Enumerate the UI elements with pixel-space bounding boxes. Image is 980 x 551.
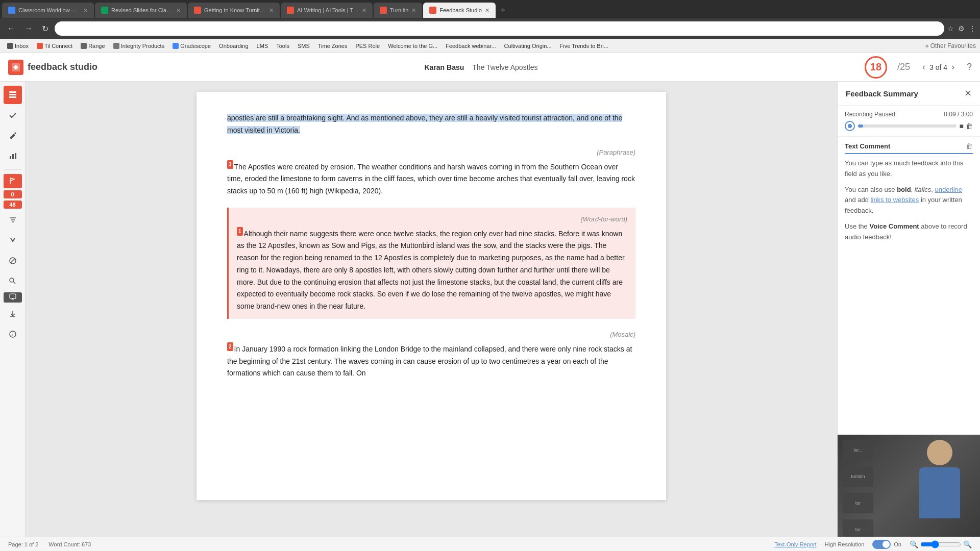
paraphrase-label: (Paraphrase) xyxy=(597,147,635,158)
similarity-badge[interactable]: 18 xyxy=(865,56,887,79)
tab-getting-to-know[interactable]: Getting to Know Turnitin Feed... ✕ xyxy=(188,3,280,18)
recording-time: 0:09 / 3:00 xyxy=(944,111,973,118)
play-pause-button[interactable] xyxy=(845,121,855,131)
mosaic-text: In January 1990 a rock formation linking… xyxy=(227,345,632,378)
recording-header: Recording Paused 0:09 / 3:00 xyxy=(845,111,973,118)
tab-close-5[interactable]: ✕ xyxy=(411,7,416,14)
tab-feedback-studio[interactable]: Feedback Studio ✕ xyxy=(423,3,496,18)
bm-onboarding[interactable]: Onboarding xyxy=(216,42,252,50)
italics-label: italics xyxy=(915,186,932,193)
new-tab-button[interactable]: + xyxy=(497,4,509,17)
right-panel: Feedback Summary ✕ Recording Paused 0:09… xyxy=(837,82,980,537)
sidebar-edit-button[interactable] xyxy=(4,127,22,145)
bm-gradescope[interactable]: Gradescope xyxy=(169,42,214,50)
tab-close-1[interactable]: ✕ xyxy=(83,7,88,14)
bm-range[interactable]: Range xyxy=(78,42,108,50)
resolution-toggle-switch[interactable] xyxy=(872,540,891,549)
high-resolution-label: High Resolution xyxy=(825,541,865,547)
sidebar-search-button[interactable] xyxy=(4,272,22,290)
audio-stop-button[interactable]: ■ xyxy=(960,122,964,130)
text-comment-section: Text Comment 🗑 You can type as much feed… xyxy=(838,137,980,435)
resolution-toggle: On xyxy=(872,540,901,549)
tab-close-2[interactable]: ✕ xyxy=(176,7,181,14)
feedback-summary-close-button[interactable]: ✕ xyxy=(964,88,972,99)
text-only-report-link[interactable]: Text-Only Report xyxy=(774,541,817,547)
svg-rect-5 xyxy=(12,154,14,159)
bm-sms[interactable]: SMS xyxy=(295,42,313,50)
links-to-websites-link[interactable]: links to websites xyxy=(871,196,919,204)
zoom-controls: 🔍 🔍 xyxy=(910,540,972,548)
menu-icon[interactable]: ⋮ xyxy=(969,24,976,33)
doc-viewer[interactable]: apostles are still a breathtaking sight.… xyxy=(26,82,837,537)
paraphrase-marker: 3 xyxy=(227,160,233,169)
sidebar-check-button[interactable] xyxy=(4,106,22,124)
wfw-label: (Word-for-word) xyxy=(581,214,628,225)
bm-integrity[interactable]: Integrity Products xyxy=(110,42,168,50)
svg-rect-6 xyxy=(15,153,16,159)
zoom-out-button[interactable]: 🔍 xyxy=(910,540,918,548)
tab-close-4[interactable]: ✕ xyxy=(362,7,366,14)
tab-feedback-studio-label: Feedback Studio xyxy=(439,7,482,13)
zoom-slider[interactable] xyxy=(920,540,961,548)
text-comment-delete-button[interactable]: 🗑 xyxy=(966,142,973,150)
app-logo: feedback studio xyxy=(8,60,97,75)
voice-comment-label: Voice Comment xyxy=(869,222,919,230)
sidebar-sort-button[interactable] xyxy=(4,211,22,229)
extensions-icon[interactable]: ⚙ xyxy=(958,24,965,33)
tab-ai-writing[interactable]: AI Writing | AI Tools | Turnitin ✕ xyxy=(281,3,373,18)
total-pages: /25 xyxy=(897,62,910,72)
more-bookmarks[interactable]: » Other Favourites xyxy=(925,42,976,49)
sidebar-chart-button[interactable] xyxy=(4,147,22,165)
help-button[interactable]: ? xyxy=(967,62,972,72)
bm-inbox[interactable]: Inbox xyxy=(4,42,32,50)
recording-status: Recording Paused xyxy=(845,111,895,118)
bm-pes-role[interactable]: PES Role xyxy=(352,42,383,50)
bm-cultivating[interactable]: Cultivating Origin... xyxy=(501,42,555,50)
audio-delete-button[interactable]: 🗑 xyxy=(966,122,973,130)
sidebar-layers-button[interactable] xyxy=(4,86,22,104)
audio-icons: ■ 🗑 xyxy=(960,122,973,130)
svg-line-8 xyxy=(11,259,15,263)
bm-time-zones[interactable]: Time Zones xyxy=(315,42,351,50)
comment-para-1: You can type as much feedback into this … xyxy=(845,158,973,180)
sidebar-comment-button[interactable] xyxy=(4,292,22,303)
app-logo-text: feedback studio xyxy=(28,62,97,72)
bm-tools[interactable]: Tools xyxy=(273,42,292,50)
sidebar-down-arrow-button[interactable] xyxy=(4,231,22,249)
next-page-button[interactable]: › xyxy=(949,60,957,74)
tab-close-3[interactable]: ✕ xyxy=(269,7,274,14)
comment-para-2: You can also use bold, italics, underlin… xyxy=(845,185,973,216)
zoom-in-button[interactable]: 🔍 xyxy=(963,540,972,548)
address-input[interactable]: https://ev.turnitin.com/app/carta/en_us/… xyxy=(55,21,944,36)
sidebar-info-button[interactable]: i xyxy=(4,325,22,343)
sidebar-block-button[interactable] xyxy=(4,252,22,270)
wfw-block: (Word-for-word) 1Although their name sug… xyxy=(227,208,635,319)
tab-close-6[interactable]: ✕ xyxy=(485,7,489,14)
prev-page-button[interactable]: ‹ xyxy=(920,60,927,74)
sidebar-score-48[interactable]: 48 xyxy=(4,201,22,209)
svg-rect-2 xyxy=(9,94,16,95)
sidebar-red-flag-button[interactable] xyxy=(4,174,22,188)
recording-section: Recording Paused 0:09 / 3:00 ■ 🗑 xyxy=(838,106,980,137)
tab-turnitin[interactable]: Turnitin ✕ xyxy=(374,3,422,18)
underline-link[interactable]: underline xyxy=(935,186,963,193)
refresh-button[interactable]: ↻ xyxy=(39,22,52,36)
bm-til-connect[interactable]: Til Connect xyxy=(34,42,76,50)
bm-five-trends[interactable]: Five Trends to Bri... xyxy=(557,42,611,50)
webcam-sidebar-thumbnails: tur... turnitin tur tur xyxy=(843,440,975,537)
app-container: feedback studio Karan Basu The Twelve Ap… xyxy=(0,53,980,551)
feedback-summary-title: Feedback Summary xyxy=(846,89,918,98)
bm-lms[interactable]: LMS xyxy=(254,42,272,50)
bm-welcome[interactable]: Welcome to the G... xyxy=(385,42,440,50)
browser-chrome: Classroom Workflow - Goog... ✕ Revised S… xyxy=(0,0,980,53)
back-button[interactable]: ← xyxy=(4,22,18,35)
tab-bar: Classroom Workflow - Goog... ✕ Revised S… xyxy=(0,0,980,18)
sidebar-download-button[interactable] xyxy=(4,305,22,323)
tab-revised-slides[interactable]: Revised Slides for Classroom... ✕ xyxy=(95,3,187,18)
forward-button[interactable]: → xyxy=(21,22,36,35)
doc-title: The Twelve Apostles xyxy=(472,63,537,71)
tab-classroom[interactable]: Classroom Workflow - Goog... ✕ xyxy=(2,3,94,18)
sidebar-score-0[interactable]: 0 xyxy=(4,190,22,198)
bookmark-icon[interactable]: ☆ xyxy=(947,24,954,33)
bm-feedback-webinar[interactable]: Feedback webinar... xyxy=(443,42,499,50)
